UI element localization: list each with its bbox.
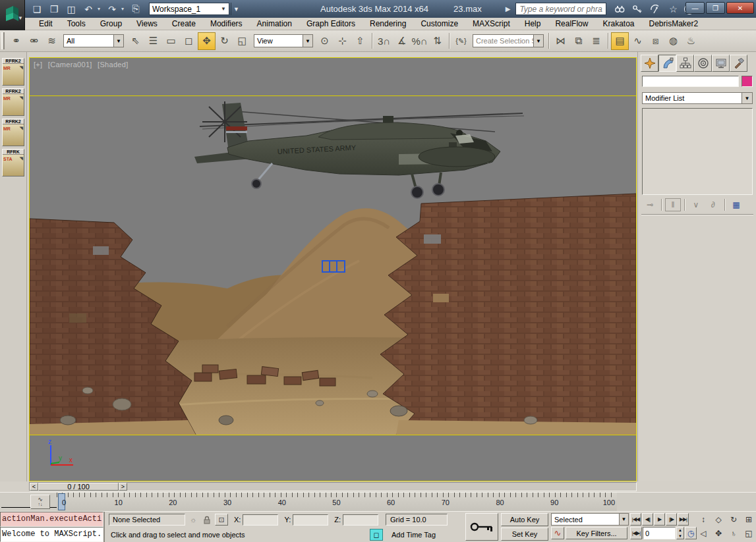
go-to-start-button[interactable]: |◀◀ [630,513,641,526]
menu-item[interactable]: Krakatoa [595,18,641,30]
track-bar-ruler[interactable]: 0102030405060708090100 [57,493,617,512]
previous-frame-nudge-button[interactable]: < [30,483,38,491]
show-end-result-icon[interactable]: ‖ [665,198,681,211]
object-name-input[interactable] [643,76,738,86]
viewport-pov-menu[interactable]: [Camera001] [48,61,92,68]
selection-lock-bulb-icon[interactable]: ☼ [187,514,199,526]
rfrk2-mr-button-3[interactable]: RFRK2 MR ◥ [2,119,24,146]
truck-camera-button[interactable]: ✥ [711,527,726,540]
snaps-toggle-3d-icon[interactable]: 3∩ [375,32,393,50]
maxscript-mini-listener[interactable]: actionMan.executeActi Welcome to MAXScri… [0,512,105,542]
workspace-flyout-button[interactable]: ▼ [231,3,241,15]
select-object-icon[interactable]: ⇖ [127,32,144,50]
modifier-list-dropdown[interactable]: Modifier List ▼ [642,92,753,104]
percent-snap-toggle-icon[interactable]: %∩ [411,32,428,50]
select-and-move-icon[interactable]: ✥ [198,32,216,50]
search-icon[interactable] [613,3,626,16]
toolbar-grip[interactable] [1,32,5,49]
communication-center-icon[interactable] [649,3,662,16]
menu-item[interactable]: Modifiers [203,18,250,30]
tab-hierarchy[interactable] [676,55,694,72]
undo-button[interactable]: ↶ [80,2,96,16]
tab-create[interactable] [641,55,658,72]
new-scene-button[interactable]: ❏ [29,2,45,16]
schematic-view-icon[interactable]: ⧈ [647,32,664,50]
modifier-stack-list[interactable] [642,108,753,195]
z-coordinate-input[interactable] [343,514,378,526]
window-crossing-toggle-icon[interactable]: ◻ [180,32,198,50]
menu-item[interactable]: Create [165,18,203,30]
y-coordinate-input[interactable] [293,514,328,526]
viewport-shading-menu[interactable]: [Shaded] [98,61,128,68]
keyboard-shortcut-override-icon[interactable]: ⇧ [351,32,369,50]
menu-item[interactable]: DebrisMaker2 [641,18,705,30]
search-input[interactable] [519,5,602,14]
sign-in-key-icon[interactable] [631,3,644,16]
select-and-rotate-icon[interactable]: ↻ [216,32,233,50]
undo-dropdown-arrow-icon[interactable]: ▾ [98,6,103,12]
play-animation-button[interactable]: ▶ [654,513,665,526]
rectangular-selection-region-icon[interactable]: ▭ [162,32,180,50]
object-color-swatch[interactable] [741,76,753,87]
menu-item[interactable]: Help [517,18,548,30]
key-filters-button[interactable]: Key Filters... [566,527,627,539]
unlink-selection-icon[interactable]: ⚮ [25,32,43,50]
spinner-snap-toggle-icon[interactable]: ⇅ [428,32,446,50]
application-menu-button[interactable]: ▼ [0,0,25,30]
mirror-icon[interactable]: ⋈ [552,32,569,50]
angle-snap-toggle-icon[interactable]: ∡ [393,32,411,50]
tab-motion[interactable] [694,55,712,72]
menu-item[interactable]: Rendering [363,18,413,30]
add-time-tag-field[interactable]: Add Time Tag [388,529,451,541]
select-and-manipulate-icon[interactable]: ⊹ [334,32,351,50]
open-file-button[interactable]: ❒ [46,2,62,16]
bind-to-space-warp-icon[interactable]: ≋ [43,32,61,50]
camera-view-frame[interactable]: UNITED STATES ARMY [29,95,637,435]
tab-display[interactable] [712,55,730,72]
listener-script-line[interactable]: Welcome to MAXScript. [0,527,103,542]
dolly-camera-button[interactable]: ↕ [696,513,711,526]
go-to-end-button[interactable]: ▶▶| [678,513,689,526]
open-mini-curve-editor-button[interactable]: ∿↑↓ [30,495,50,509]
lock-icon[interactable] [201,514,213,526]
maximize-viewport-toggle-button[interactable]: ◱ [741,527,756,540]
menu-item[interactable]: RealFlow [548,18,595,30]
save-file-button[interactable]: ◫ [63,2,79,16]
make-unique-icon[interactable]: ∨ [688,198,704,211]
viewport-general-menu[interactable]: [+] [34,61,42,68]
key-mode-toggle-button[interactable]: |◀▶| [630,527,642,539]
selection-set-key-dropdown[interactable]: Selected ▼ [551,513,629,526]
zoom-extents-all-button[interactable]: ⊞ [741,513,756,526]
use-pivot-point-center-icon[interactable]: ⊙ [316,32,334,50]
tab-modify[interactable] [658,55,676,72]
auto-key-button[interactable]: Auto Key [501,513,548,526]
next-frame-button[interactable]: ||▶ [666,513,677,526]
maximize-button[interactable]: ❐ [706,2,725,14]
time-slider-thumb[interactable]: 0 / 100 [38,483,119,491]
menu-item[interactable]: MAXScript [465,18,517,30]
layer-manager-icon[interactable]: ≣ [587,32,605,50]
next-frame-nudge-button[interactable]: > [119,483,127,491]
close-button[interactable]: ✕ [726,2,754,14]
select-and-link-icon[interactable]: ⚭ [7,32,25,50]
rfrk-sta-button[interactable]: RFRK STA ◥ [2,149,24,176]
remove-modifier-icon[interactable]: ∂ [705,198,721,211]
favorites-star-icon[interactable]: ☆ [666,3,680,16]
pin-stack-icon[interactable]: ⊸ [642,198,658,211]
named-selection-sets-dropdown[interactable]: Create Selection Se ▼ [473,34,544,47]
perspective-button[interactable]: ◇ [711,513,726,526]
time-configuration-button[interactable]: ◷ [685,527,697,539]
field-of-view-button[interactable]: ◁ [696,527,711,540]
menu-item[interactable]: Views [129,18,165,30]
current-frame-input[interactable]: 0 [643,527,676,539]
tab-utilities[interactable] [730,55,747,72]
rfrk2-mr-button-1[interactable]: RFRK2 MR ◥ [2,58,24,86]
configure-modifier-sets-icon[interactable]: ▦ [728,198,744,211]
previous-frame-button[interactable]: ◀|| [642,513,653,526]
menu-item[interactable]: Graph Editors [299,18,363,30]
set-key-button[interactable]: Set Key [501,528,548,541]
reference-coordinate-system-dropdown[interactable]: View ▼ [254,34,313,47]
redo-dropdown-arrow-icon[interactable]: ▾ [121,6,127,12]
x-coordinate-input[interactable] [243,514,278,526]
orbit-camera-button[interactable]: ♄ [726,527,741,540]
